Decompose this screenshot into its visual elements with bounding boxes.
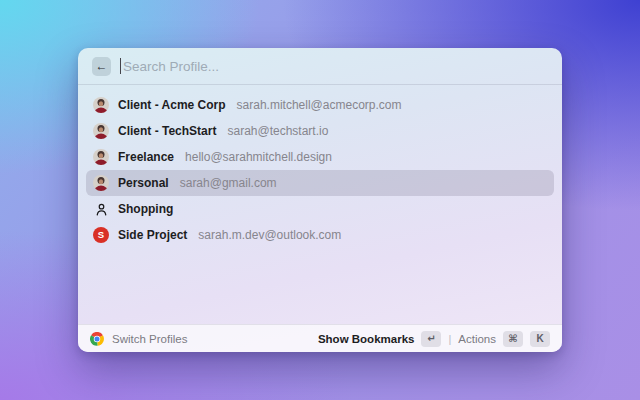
profile-name: Client - TechStart xyxy=(118,124,216,138)
chrome-logo-icon xyxy=(90,332,104,346)
text-caret xyxy=(120,58,121,74)
profile-email: sarah.m.dev@outlook.com xyxy=(198,228,341,242)
search-input[interactable] xyxy=(120,59,548,74)
search-bar: ← xyxy=(78,48,562,85)
footer-divider: | xyxy=(448,333,451,345)
profile-row-shopping[interactable]: Shopping xyxy=(86,196,554,222)
footer-right: Show Bookmarks ↵ | Actions ⌘ K xyxy=(318,331,550,347)
letter-badge-avatar: S xyxy=(93,227,109,243)
command-key-icon: ⌘ xyxy=(503,331,523,347)
back-arrow-icon: ← xyxy=(96,60,108,72)
profile-email: sarah@gmail.com xyxy=(180,176,277,190)
profile-email: sarah.mitchell@acmecorp.com xyxy=(237,98,402,112)
show-bookmarks-button[interactable]: Show Bookmarks xyxy=(318,333,415,345)
profile-row-side-project[interactable]: S Side Project sarah.m.dev@outlook.com xyxy=(86,222,554,248)
profile-name: Shopping xyxy=(118,202,173,216)
profile-list: Client - Acme Corp sarah.mitchell@acmeco… xyxy=(78,85,562,248)
profile-email: sarah@techstart.io xyxy=(227,124,328,138)
person-outline-icon xyxy=(93,201,109,217)
return-key-icon: ↵ xyxy=(421,331,441,347)
profile-name: Client - Acme Corp xyxy=(118,98,226,112)
woman-avatar-icon xyxy=(93,123,109,139)
footer-left: Switch Profiles xyxy=(90,332,187,346)
profile-name: Side Project xyxy=(118,228,187,242)
woman-avatar-icon xyxy=(93,149,109,165)
profile-name: Freelance xyxy=(118,150,174,164)
profile-email: hello@sarahmitchell.design xyxy=(185,150,332,164)
profile-row-techstart[interactable]: Client - TechStart sarah@techstart.io xyxy=(86,118,554,144)
woman-avatar-icon xyxy=(93,97,109,113)
switch-profiles-label: Switch Profiles xyxy=(112,333,187,345)
woman-avatar-icon xyxy=(93,175,109,191)
profile-name: Personal xyxy=(118,176,169,190)
back-button[interactable]: ← xyxy=(92,57,111,76)
footer-bar: Switch Profiles Show Bookmarks ↵ | Actio… xyxy=(78,324,562,352)
profile-switcher-panel: ← Client - Acme Corp sarah.mitchell@acme… xyxy=(78,48,562,352)
profile-row-freelance[interactable]: Freelance hello@sarahmitchell.design xyxy=(86,144,554,170)
actions-button[interactable]: Actions xyxy=(458,333,496,345)
desktop-background: ← Client - Acme Corp sarah.mitchell@acme… xyxy=(0,0,640,400)
k-key-icon: K xyxy=(530,331,550,347)
profile-row-personal[interactable]: Personal sarah@gmail.com xyxy=(86,170,554,196)
profile-row-acme[interactable]: Client - Acme Corp sarah.mitchell@acmeco… xyxy=(86,92,554,118)
